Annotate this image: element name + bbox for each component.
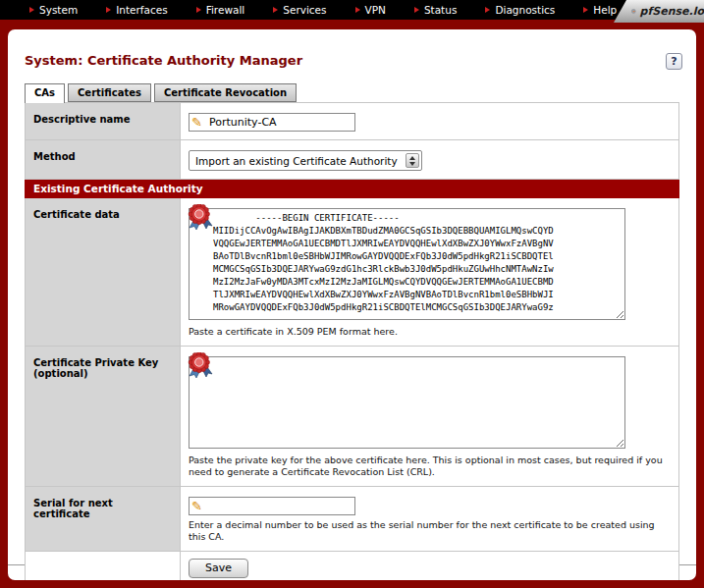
menu-label: Help [593, 4, 617, 16]
content-card: System: Certificate Authority Manager ? … [8, 29, 696, 580]
tab-certificate-revocation[interactable]: Certificate Revocation [154, 83, 297, 102]
row-private-key: Certificate Private Key (optional) [26, 347, 679, 487]
menu-services[interactable]: Services [273, 4, 326, 16]
save-row-spacer [26, 552, 181, 581]
certificate-data-label: Certificate data [26, 198, 181, 347]
help-icon[interactable]: ? [666, 53, 682, 70]
menu-label: Firewall [206, 4, 245, 16]
menu-arrow-icon [583, 7, 588, 13]
menu-label: Services [283, 4, 326, 16]
serial-input[interactable] [189, 497, 355, 515]
menu-label: Status [424, 4, 457, 16]
pfsense-logo-tab[interactable]: pfSense.lo [614, 0, 704, 23]
tab-certificates[interactable]: Certificates [68, 83, 151, 102]
menu-label: System [39, 4, 78, 16]
page-title: System: Certificate Authority Manager [25, 53, 302, 68]
method-label: Method [26, 140, 181, 180]
certificate-data-caption: Paste a certificate in X.509 PEM format … [189, 326, 671, 338]
private-key-label: Certificate Private Key (optional) [26, 347, 181, 487]
menu-arrow-icon [355, 7, 360, 13]
tab-cas[interactable]: CAs [25, 83, 65, 103]
row-method: Method Import an existing Certificate Au… [26, 140, 679, 180]
row-section-header: Existing Certificate Authority [26, 180, 679, 198]
menu-arrow-icon [414, 7, 419, 13]
pfsense-logo-icon [631, 5, 636, 18]
menu-status[interactable]: Status [414, 4, 457, 16]
menu-diagnostics[interactable]: Diagnostics [485, 4, 555, 16]
menu-arrow-icon [29, 7, 34, 13]
menu-label: Diagnostics [495, 4, 555, 16]
row-serial: Serial for next certificate ✎ Enter a de… [26, 487, 679, 552]
descriptive-name-label: Descriptive name [26, 103, 181, 140]
menu-vpn[interactable]: VPN [355, 4, 386, 16]
title-row: System: Certificate Authority Manager ? [8, 29, 696, 70]
menu-arrow-icon [196, 7, 201, 13]
ca-form-table: Descriptive name ✎ Method Import an exis… [25, 102, 679, 580]
menu-label: Interfaces [116, 4, 167, 16]
descriptive-name-input[interactable] [189, 113, 355, 132]
row-save: Save [26, 552, 679, 581]
menu-arrow-icon [273, 7, 278, 13]
method-select[interactable]: Import an existing Certificate Authority [189, 150, 422, 171]
section-header: Existing Certificate Authority [26, 180, 679, 198]
menu-arrow-icon [485, 7, 490, 13]
menu-help[interactable]: Help [583, 4, 617, 16]
save-button[interactable]: Save [189, 559, 248, 578]
serial-caption: Enter a decimal number to be used as the… [189, 519, 671, 543]
menu-arrow-icon [106, 7, 111, 13]
menu-firewall[interactable]: Firewall [196, 4, 245, 16]
row-descriptive-name: Descriptive name ✎ [26, 103, 679, 140]
menu-label: VPN [365, 4, 386, 16]
menu-interfaces[interactable]: Interfaces [106, 4, 167, 16]
serial-label: Serial for next certificate [26, 487, 181, 552]
top-menu-bar: System Interfaces Firewall Services VPN … [0, 0, 704, 20]
row-certificate-data: Certificate data [26, 198, 679, 347]
tab-bar: CAs Certificates Certificate Revocation [25, 83, 679, 102]
private-key-textarea[interactable] [189, 356, 625, 449]
hostname-label: pfSense.lo [640, 5, 704, 18]
private-key-caption: Paste the private key for the above cert… [189, 454, 671, 478]
menu-system[interactable]: System [29, 4, 78, 16]
certificate-data-textarea[interactable]: -----BEGIN CERTIFICATE----- MIIDijCCAvOg… [189, 208, 625, 320]
